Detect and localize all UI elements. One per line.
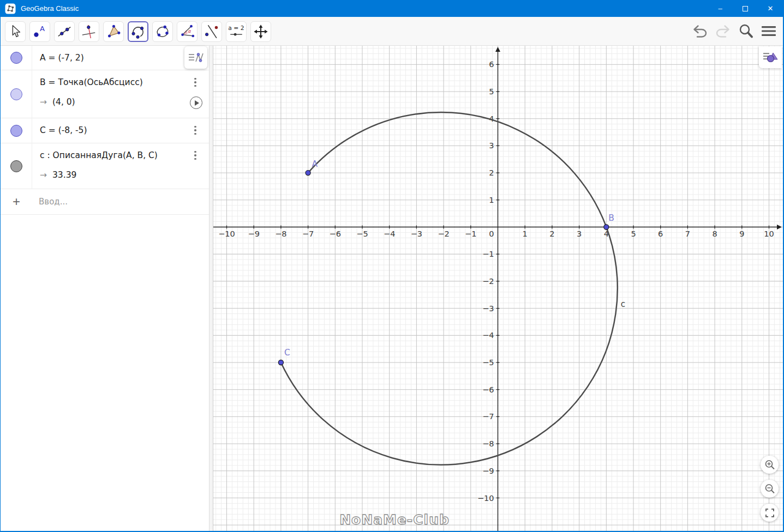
x-tick-label: −5 <box>356 229 368 238</box>
definition-B: B = Точка(ОсьАбсцисс) <box>40 76 193 89</box>
y-tick-label: −4 <box>482 331 494 340</box>
y-tick-label: 2 <box>489 168 494 177</box>
algebra-sort-button[interactable] <box>184 46 207 69</box>
value-B: →(4, 0) <box>40 95 193 108</box>
y-tick-label: 5 <box>489 87 494 96</box>
title-bar: GeoGebra Classic – ✕ <box>1 0 783 17</box>
visibility-toggle-C[interactable] <box>10 125 22 137</box>
x-tick-label: 6 <box>658 229 663 238</box>
point-label-A: A <box>312 159 318 169</box>
x-tick-label: −1 <box>465 229 476 238</box>
zoom-out-button[interactable] <box>761 480 779 498</box>
definition-A: A = (-7, 2) <box>40 51 193 64</box>
row-menu-B[interactable] <box>191 77 199 88</box>
point-tool-button[interactable]: A <box>29 21 50 42</box>
geogebra-logo-icon <box>5 3 16 14</box>
x-tick-label: 8 <box>712 229 717 238</box>
fullscreen-button[interactable] <box>761 504 779 522</box>
row-menu-arc-c[interactable] <box>191 150 199 161</box>
minimize-button[interactable]: – <box>708 0 733 17</box>
value-arc-c: →33.39 <box>40 168 193 182</box>
circumcircular-arc-tool-button[interactable] <box>128 21 148 42</box>
reflect-tool-button[interactable] <box>201 21 222 42</box>
search-button[interactable] <box>737 23 755 39</box>
graphics-view[interactable]: −10−9−8−7−6−5−4−3−2−112345678910654321−1… <box>213 46 783 531</box>
row-menu-C[interactable] <box>191 125 199 136</box>
y-tick-label: −3 <box>482 304 494 313</box>
angle-icon: α <box>179 23 195 40</box>
stylebar-icon <box>763 51 778 64</box>
x-tick-label: 2 <box>549 229 554 238</box>
x-tick-label: −4 <box>384 229 395 238</box>
algebra-row-C[interactable]: C = (-8, -5) <box>1 118 209 143</box>
visibility-toggle-arc-c[interactable] <box>10 160 22 172</box>
search-icon <box>738 23 753 39</box>
reflect-icon <box>204 23 220 40</box>
algebra-input-row: + <box>1 189 209 215</box>
algebra-row-B[interactable]: B = Точка(ОсьАбсцисс) →(4, 0) <box>1 70 209 118</box>
x-tick-label: −3 <box>411 229 422 238</box>
slider-tool-button[interactable]: a = 2 <box>226 21 247 42</box>
zoom-in-icon <box>764 460 775 470</box>
point-icon: A <box>32 23 48 40</box>
zoom-out-icon <box>764 483 775 494</box>
algebra-row-arc-c[interactable]: c : ОписаннаяДуга(A, B, C) →33.39 <box>1 143 209 189</box>
polygon-tool-button[interactable] <box>103 21 124 42</box>
visibility-toggle-A[interactable] <box>10 52 22 64</box>
play-icon <box>195 100 199 106</box>
fullscreen-icon <box>765 508 775 518</box>
redo-button[interactable] <box>714 23 732 39</box>
move-tool-button[interactable] <box>5 21 26 42</box>
coordinate-plane[interactable]: −10−9−8−7−6−5−4−3−2−112345678910654321−1… <box>213 46 783 531</box>
x-tick-label: 5 <box>631 229 636 238</box>
svg-text:a = 2: a = 2 <box>228 25 244 32</box>
point-B[interactable] <box>604 225 609 229</box>
output-arrow-icon: → <box>40 97 47 107</box>
x-tick-label: 3 <box>577 229 582 238</box>
y-tick-label: 6 <box>489 60 494 69</box>
y-tick-label: −9 <box>482 467 494 475</box>
perpendicular-line-icon <box>81 23 97 40</box>
sort-descriptions-icon <box>188 51 204 64</box>
conic-through-points-tool-button[interactable] <box>152 21 173 42</box>
x-tick-label: −10 <box>218 229 235 238</box>
y-tick-label: −1 <box>482 250 494 258</box>
point-label-B: B <box>608 213 614 223</box>
visibility-toggle-B[interactable] <box>10 88 22 100</box>
line-tool-button[interactable] <box>54 21 75 42</box>
animate-point-B-button[interactable] <box>190 96 202 109</box>
x-tick-label: −9 <box>248 229 260 238</box>
angle-tool-button[interactable]: α <box>177 21 198 42</box>
graphics-stylebar-button[interactable] <box>759 46 782 68</box>
move-graphics-tool-button[interactable] <box>250 21 271 42</box>
y-tick-label: −5 <box>482 358 494 367</box>
maximize-button[interactable] <box>733 0 758 17</box>
add-expression-icon: + <box>1 189 32 214</box>
point-C[interactable] <box>278 360 283 365</box>
undo-button[interactable] <box>691 23 709 39</box>
y-tick-label: −7 <box>482 412 494 421</box>
algebra-view: A = (-7, 2) B = Точка(ОсьАбсцисс) <box>1 46 209 531</box>
main-menu-button[interactable] <box>760 23 777 39</box>
output-arrow-icon: → <box>40 170 47 180</box>
point-label-C: C <box>284 348 290 358</box>
watermark: NoNaMe-Club <box>339 512 450 528</box>
cursor-icon <box>7 23 23 40</box>
y-tick-label: −6 <box>482 385 494 394</box>
x-tick-label: −2 <box>438 229 449 238</box>
origin-label: 0 <box>489 229 494 238</box>
close-button[interactable]: ✕ <box>758 0 783 17</box>
hamburger-menu-icon <box>761 25 777 38</box>
svg-text:α: α <box>188 28 191 34</box>
algebra-input[interactable] <box>32 189 209 214</box>
perpendicular-line-tool-button[interactable] <box>79 21 99 42</box>
zoom-in-button[interactable] <box>761 456 779 474</box>
slider-icon: a = 2 <box>228 23 244 40</box>
x-tick-label: −6 <box>330 229 341 238</box>
circumcircular-arc-icon <box>130 23 146 40</box>
panel-splitter[interactable] <box>209 46 213 531</box>
x-tick-label: −7 <box>302 229 314 238</box>
algebra-row-A[interactable]: A = (-7, 2) <box>1 46 209 70</box>
point-A[interactable] <box>306 171 310 176</box>
definition-C: C = (-8, -5) <box>40 124 193 137</box>
